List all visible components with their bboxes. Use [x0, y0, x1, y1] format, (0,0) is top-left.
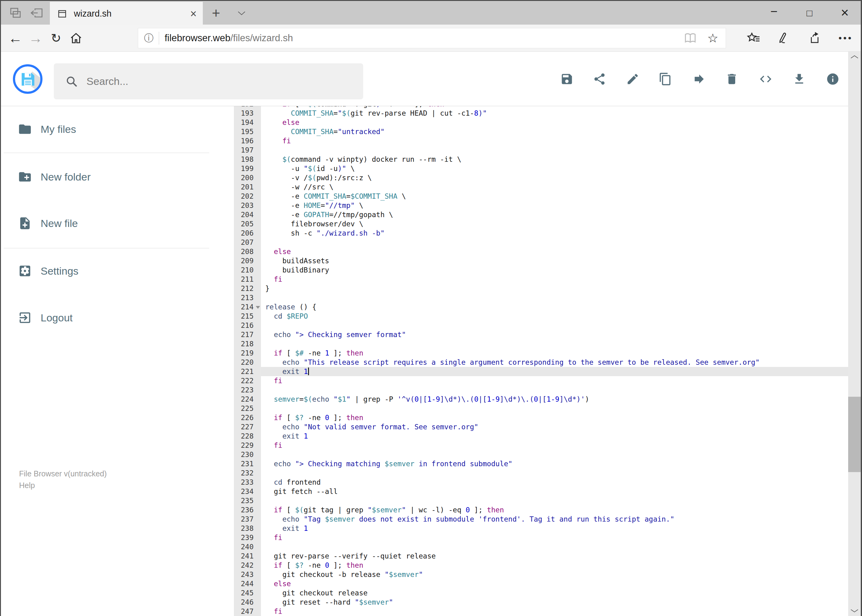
download-button[interactable]	[793, 72, 806, 86]
code-text[interactable]: if [ "$(command -v git)" != "" ]; then	[261, 106, 848, 108]
code-text[interactable]: git fetch --all	[261, 487, 848, 496]
code-text[interactable]: else	[261, 247, 848, 256]
annotate-pen-icon[interactable]	[772, 25, 794, 52]
code-text[interactable]: git rev-parse --verify --quiet release	[261, 552, 848, 561]
code-button[interactable]	[759, 72, 772, 86]
code-text[interactable]: exit 1	[261, 524, 848, 533]
window-close-button[interactable]: ×	[835, 2, 855, 25]
code-text[interactable]: buildBinary	[261, 266, 848, 275]
code-text[interactable]	[261, 450, 848, 459]
code-text[interactable]: exit 1	[261, 432, 848, 441]
address-bar[interactable]: ⓘ filebrowser.web/files/wizard.sh ☆	[138, 28, 726, 48]
sidebar-item-logout[interactable]: Logout	[0, 307, 228, 328]
code-text[interactable]	[261, 385, 848, 394]
code-text[interactable]: if [ $(git tag | grep "$semver" | wc -l)…	[261, 505, 848, 514]
browser-tab[interactable]: wizard.sh ×	[50, 2, 203, 25]
code-text[interactable]: echo "> Checking semver format"	[261, 330, 848, 339]
site-info-icon[interactable]: ⓘ	[138, 32, 159, 45]
search-input[interactable]	[87, 75, 339, 87]
tab-close-icon[interactable]: ×	[190, 8, 197, 19]
sidebar-item-new-folder[interactable]: New folder	[0, 166, 228, 188]
code-text[interactable]: fi	[261, 136, 848, 146]
reading-view-icon[interactable]	[684, 33, 697, 44]
code-text[interactable]: else	[261, 579, 848, 588]
code-text[interactable]: -u "$(id -u)" \	[261, 164, 848, 173]
code-text[interactable]: semver=$(echo "$1" | grep -P '^v(0|[1-9]…	[261, 394, 848, 404]
code-text[interactable]: $(command -v winpty) docker run --rm -it…	[261, 155, 848, 164]
edit-button[interactable]	[626, 72, 640, 86]
scroll-up-icon[interactable]	[850, 55, 859, 59]
tab-list-chevron-icon[interactable]	[238, 11, 246, 16]
help-link[interactable]: Help	[19, 479, 107, 491]
code-text[interactable]: fi	[261, 275, 848, 284]
code-text[interactable]: -w //src \	[261, 182, 848, 192]
window-minimize-button[interactable]: −	[764, 2, 784, 25]
share-button[interactable]	[593, 72, 606, 86]
code-text[interactable]: cd frontend	[261, 478, 848, 487]
code-text[interactable]: else	[261, 118, 848, 127]
share-icon[interactable]	[804, 25, 826, 52]
tab-preview-icon[interactable]	[9, 6, 22, 19]
sidebar-item-my-files[interactable]: My files	[0, 118, 228, 140]
filebrowser-logo[interactable]	[13, 64, 43, 94]
code-text[interactable]: if [ $? -ne 0 ]; then	[261, 413, 848, 422]
code-text[interactable]: echo "Tag $semver does not exist in subm…	[261, 514, 848, 524]
code-text[interactable]	[261, 238, 848, 247]
code-text[interactable]	[261, 496, 848, 505]
code-text[interactable]: filebrowser/dev \	[261, 219, 848, 228]
back-button[interactable]: ←	[5, 25, 25, 52]
add-favorite-star-icon[interactable]: ☆	[707, 31, 718, 45]
code-text[interactable]: exit 1	[261, 367, 848, 376]
code-text[interactable]: cd $REPO	[261, 311, 848, 321]
page-scrollbar[interactable]	[848, 52, 861, 616]
code-text[interactable]	[261, 293, 848, 302]
copy-button[interactable]	[659, 72, 672, 86]
save-button[interactable]	[560, 72, 574, 86]
code-text[interactable]: git reset --hard "$semver"	[261, 597, 848, 607]
code-text[interactable]: buildAssets	[261, 256, 848, 266]
new-tab-button[interactable]: +	[208, 5, 224, 21]
code-text[interactable]: fi	[261, 441, 848, 450]
info-button[interactable]	[826, 72, 840, 86]
code-text[interactable]: git checkout -b release "$semver"	[261, 570, 848, 579]
code-text[interactable]	[261, 321, 848, 330]
code-text[interactable]	[261, 339, 848, 349]
window-maximize-button[interactable]: □	[799, 2, 819, 25]
code-text[interactable]: COMMIT_SHA="$(git rev-parse HEAD | cut -…	[261, 108, 848, 118]
code-text[interactable]: release () {	[261, 302, 848, 311]
code-text[interactable]: -v /$(pwd):/src:z \	[261, 173, 848, 182]
refresh-button[interactable]: ↻	[46, 25, 66, 52]
code-text[interactable]: -e HOME="//tmp" \	[261, 201, 848, 210]
code-text[interactable]: fi	[261, 533, 848, 542]
sidebar-item-settings[interactable]: Settings	[0, 260, 228, 282]
code-text[interactable]: }	[261, 284, 848, 293]
delete-button[interactable]	[725, 72, 739, 86]
code-text[interactable]: fi	[261, 607, 848, 616]
code-text[interactable]: echo "Not valid semver format. See semve…	[261, 422, 848, 432]
code-text[interactable]	[261, 404, 848, 413]
code-text[interactable]: sh -c "./wizard.sh -b"	[261, 228, 848, 238]
search-bar[interactable]	[54, 63, 363, 99]
code-text[interactable]: if [ $# -ne 1 ]; then	[261, 349, 848, 358]
code-text[interactable]: COMMIT_SHA="untracked"	[261, 127, 848, 136]
code-text[interactable]	[261, 146, 848, 155]
code-text[interactable]: -e COMMIT_SHA=$COMMIT_SHA \	[261, 192, 848, 201]
code-text[interactable]: if [ $? -ne 0 ]; then	[261, 561, 848, 570]
code-text[interactable]	[261, 542, 848, 552]
forward-button[interactable]: →	[25, 25, 46, 52]
home-button[interactable]	[66, 25, 86, 52]
scrollbar-thumb[interactable]	[848, 397, 861, 472]
code-text[interactable]	[261, 468, 848, 478]
code-text[interactable]: echo "This release script requires a sin…	[261, 358, 848, 367]
scroll-down-icon[interactable]	[850, 609, 859, 613]
code-text[interactable]: echo "> Checking matching $semver in fro…	[261, 459, 848, 468]
set-aside-tabs-icon[interactable]	[30, 6, 44, 19]
code-text[interactable]: -e GOPATH=//tmp/gopath \	[261, 210, 848, 219]
fold-arrow-icon[interactable]	[256, 306, 260, 309]
code-text[interactable]: fi	[261, 376, 848, 385]
code-text[interactable]: git checkout release	[261, 588, 848, 597]
code-editor[interactable]: 192 if [ "$(command -v git)" != "" ]; th…	[234, 106, 848, 616]
settings-more-icon[interactable]: •••	[835, 25, 856, 52]
hub-favorites-icon[interactable]	[742, 25, 764, 52]
move-button[interactable]	[692, 72, 706, 86]
